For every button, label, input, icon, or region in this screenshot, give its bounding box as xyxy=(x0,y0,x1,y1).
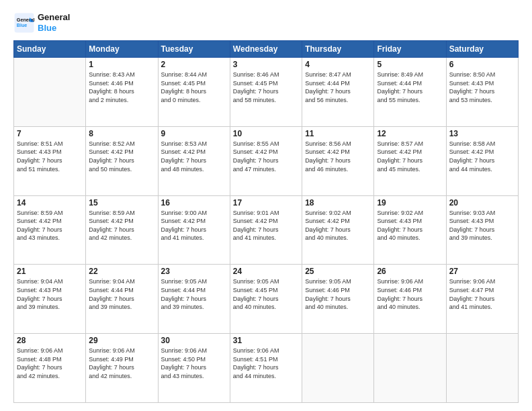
day-info: Sunrise: 9:06 AM Sunset: 4:47 PM Dayligh… xyxy=(449,277,515,311)
calendar-cell: 8Sunrise: 8:52 AM Sunset: 4:42 PM Daylig… xyxy=(86,126,158,195)
weekday-header: Saturday xyxy=(446,41,518,58)
day-number: 31 xyxy=(233,336,299,345)
calendar-cell: 21Sunrise: 9:04 AM Sunset: 4:43 PM Dayli… xyxy=(14,265,86,334)
day-info: Sunrise: 9:04 AM Sunset: 4:43 PM Dayligh… xyxy=(17,277,83,311)
calendar-cell xyxy=(14,58,86,127)
day-number: 11 xyxy=(305,129,371,138)
calendar-cell: 13Sunrise: 8:58 AM Sunset: 4:42 PM Dayli… xyxy=(446,126,518,195)
day-number: 24 xyxy=(233,267,299,276)
day-info: Sunrise: 9:06 AM Sunset: 4:46 PM Dayligh… xyxy=(377,277,443,311)
calendar-cell xyxy=(374,334,446,403)
weekday-header: Monday xyxy=(86,41,158,58)
calendar-cell: 16Sunrise: 9:00 AM Sunset: 4:42 PM Dayli… xyxy=(158,195,230,265)
day-info: Sunrise: 8:43 AM Sunset: 4:46 PM Dayligh… xyxy=(89,71,154,104)
calendar-week-row: 21Sunrise: 9:04 AM Sunset: 4:43 PM Dayli… xyxy=(14,265,519,334)
day-number: 10 xyxy=(233,129,299,138)
header: General Blue General Blue xyxy=(13,12,519,34)
day-number: 28 xyxy=(17,336,83,345)
day-info: Sunrise: 8:55 AM Sunset: 4:42 PM Dayligh… xyxy=(233,140,299,173)
day-info: Sunrise: 9:05 AM Sunset: 4:46 PM Dayligh… xyxy=(305,277,371,311)
day-info: Sunrise: 8:52 AM Sunset: 4:42 PM Dayligh… xyxy=(89,140,154,173)
day-number: 9 xyxy=(161,129,227,138)
calendar-cell: 31Sunrise: 9:06 AM Sunset: 4:51 PM Dayli… xyxy=(230,334,302,403)
day-info: Sunrise: 8:57 AM Sunset: 4:42 PM Dayligh… xyxy=(377,140,443,173)
day-number: 7 xyxy=(17,129,83,138)
calendar-cell: 2Sunrise: 8:44 AM Sunset: 4:45 PM Daylig… xyxy=(158,58,230,127)
day-number: 1 xyxy=(89,60,154,69)
calendar-cell: 19Sunrise: 9:02 AM Sunset: 4:43 PM Dayli… xyxy=(374,195,446,265)
calendar-cell: 11Sunrise: 8:56 AM Sunset: 4:42 PM Dayli… xyxy=(302,126,374,195)
day-number: 22 xyxy=(89,267,154,276)
calendar-cell: 18Sunrise: 9:02 AM Sunset: 4:42 PM Dayli… xyxy=(302,195,374,265)
day-number: 15 xyxy=(89,198,154,208)
day-info: Sunrise: 9:05 AM Sunset: 4:45 PM Dayligh… xyxy=(233,277,299,311)
day-info: Sunrise: 8:47 AM Sunset: 4:44 PM Dayligh… xyxy=(305,71,371,104)
calendar-week-row: 14Sunrise: 8:59 AM Sunset: 4:42 PM Dayli… xyxy=(14,195,519,265)
calendar-cell: 6Sunrise: 8:50 AM Sunset: 4:43 PM Daylig… xyxy=(446,58,518,127)
calendar-cell: 15Sunrise: 8:59 AM Sunset: 4:42 PM Dayli… xyxy=(86,195,158,265)
day-info: Sunrise: 8:59 AM Sunset: 4:42 PM Dayligh… xyxy=(17,209,83,242)
calendar-cell: 17Sunrise: 9:01 AM Sunset: 4:42 PM Dayli… xyxy=(230,195,302,265)
day-info: Sunrise: 9:04 AM Sunset: 4:44 PM Dayligh… xyxy=(89,277,154,311)
calendar-cell: 4Sunrise: 8:47 AM Sunset: 4:44 PM Daylig… xyxy=(302,58,374,127)
day-number: 8 xyxy=(89,129,154,138)
logo-icon: General Blue xyxy=(13,12,35,34)
calendar-week-row: 1Sunrise: 8:43 AM Sunset: 4:46 PM Daylig… xyxy=(14,58,519,127)
day-info: Sunrise: 8:50 AM Sunset: 4:43 PM Dayligh… xyxy=(449,71,515,104)
day-info: Sunrise: 8:49 AM Sunset: 4:44 PM Dayligh… xyxy=(377,71,443,104)
day-info: Sunrise: 9:06 AM Sunset: 4:48 PM Dayligh… xyxy=(17,347,83,380)
calendar-cell: 22Sunrise: 9:04 AM Sunset: 4:44 PM Dayli… xyxy=(86,265,158,334)
day-number: 4 xyxy=(305,60,371,69)
day-number: 18 xyxy=(305,198,371,208)
day-number: 30 xyxy=(161,336,227,345)
day-info: Sunrise: 9:06 AM Sunset: 4:50 PM Dayligh… xyxy=(161,347,227,380)
calendar-cell: 12Sunrise: 8:57 AM Sunset: 4:42 PM Dayli… xyxy=(374,126,446,195)
day-info: Sunrise: 9:06 AM Sunset: 4:49 PM Dayligh… xyxy=(89,347,154,380)
calendar-cell: 20Sunrise: 9:03 AM Sunset: 4:43 PM Dayli… xyxy=(446,195,518,265)
day-info: Sunrise: 8:51 AM Sunset: 4:43 PM Dayligh… xyxy=(17,140,83,173)
day-number: 29 xyxy=(89,336,154,345)
day-number: 25 xyxy=(305,267,371,276)
calendar-cell: 1Sunrise: 8:43 AM Sunset: 4:46 PM Daylig… xyxy=(86,58,158,127)
day-number: 14 xyxy=(17,198,83,208)
calendar-cell xyxy=(446,334,518,403)
calendar-cell: 24Sunrise: 9:05 AM Sunset: 4:45 PM Dayli… xyxy=(230,265,302,334)
day-number: 6 xyxy=(449,60,515,69)
day-info: Sunrise: 9:02 AM Sunset: 4:42 PM Dayligh… xyxy=(305,209,371,242)
weekday-header: Thursday xyxy=(302,41,374,58)
day-info: Sunrise: 9:01 AM Sunset: 4:42 PM Dayligh… xyxy=(233,209,299,242)
logo-text: General Blue xyxy=(38,12,70,33)
day-info: Sunrise: 8:44 AM Sunset: 4:45 PM Dayligh… xyxy=(161,71,227,104)
logo: General Blue General Blue xyxy=(13,12,70,34)
day-info: Sunrise: 9:03 AM Sunset: 4:43 PM Dayligh… xyxy=(449,209,515,242)
day-info: Sunrise: 8:58 AM Sunset: 4:42 PM Dayligh… xyxy=(449,140,515,173)
day-info: Sunrise: 8:59 AM Sunset: 4:42 PM Dayligh… xyxy=(89,209,154,242)
calendar-cell: 7Sunrise: 8:51 AM Sunset: 4:43 PM Daylig… xyxy=(14,126,86,195)
calendar-table: SundayMondayTuesdayWednesdayThursdayFrid… xyxy=(13,40,519,403)
calendar-cell: 3Sunrise: 8:46 AM Sunset: 4:45 PM Daylig… xyxy=(230,58,302,127)
day-number: 13 xyxy=(449,129,515,138)
day-number: 3 xyxy=(233,60,299,69)
day-number: 16 xyxy=(161,198,227,208)
calendar-cell: 23Sunrise: 9:05 AM Sunset: 4:44 PM Dayli… xyxy=(158,265,230,334)
day-number: 5 xyxy=(377,60,443,69)
day-number: 12 xyxy=(377,129,443,138)
calendar-cell: 9Sunrise: 8:53 AM Sunset: 4:42 PM Daylig… xyxy=(158,126,230,195)
calendar-week-row: 7Sunrise: 8:51 AM Sunset: 4:43 PM Daylig… xyxy=(14,126,519,195)
page: General Blue General Blue SundayMondayTu… xyxy=(0,0,532,411)
day-number: 26 xyxy=(377,267,443,276)
calendar-cell: 26Sunrise: 9:06 AM Sunset: 4:46 PM Dayli… xyxy=(374,265,446,334)
day-number: 21 xyxy=(17,267,83,276)
day-number: 27 xyxy=(449,267,515,276)
weekday-header: Wednesday xyxy=(230,41,302,58)
day-info: Sunrise: 8:46 AM Sunset: 4:45 PM Dayligh… xyxy=(233,71,299,104)
day-number: 2 xyxy=(161,60,227,69)
weekday-header: Sunday xyxy=(14,41,86,58)
weekday-header: Tuesday xyxy=(158,41,230,58)
calendar-cell xyxy=(302,334,374,403)
day-number: 20 xyxy=(449,198,515,208)
calendar-cell: 29Sunrise: 9:06 AM Sunset: 4:49 PM Dayli… xyxy=(86,334,158,403)
day-info: Sunrise: 8:53 AM Sunset: 4:42 PM Dayligh… xyxy=(161,140,227,173)
calendar-cell: 10Sunrise: 8:55 AM Sunset: 4:42 PM Dayli… xyxy=(230,126,302,195)
calendar-week-row: 28Sunrise: 9:06 AM Sunset: 4:48 PM Dayli… xyxy=(14,334,519,403)
